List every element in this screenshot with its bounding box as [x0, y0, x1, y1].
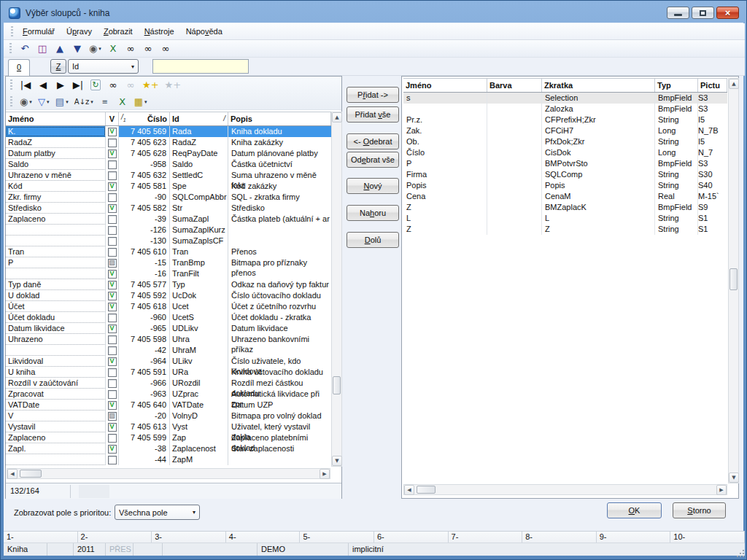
- filter-field-select[interactable]: Id ▾: [68, 59, 139, 74]
- table-row[interactable]: FirmaSQLCompStringS30: [403, 169, 727, 180]
- visibility-checkbox[interactable]: V: [108, 445, 117, 454]
- open-book-button[interactable]: ◫: [34, 42, 50, 56]
- visibility-checkbox[interactable]: V: [108, 204, 117, 213]
- scroll-right-icon[interactable]: ▶: [320, 469, 330, 479]
- table-row[interactable]: Účet dokladu-960UcetSÚčet dokladu - zkra…: [6, 312, 331, 323]
- table-row[interactable]: Datum likvidaceV-965UDLikvDatum likvidac…: [6, 323, 331, 334]
- table-row[interactable]: Typ daněV7 405 577TypOdkaz na daňový typ…: [6, 279, 331, 290]
- move-up-button[interactable]: ▲: [52, 42, 68, 56]
- table-row[interactable]: ZZStringS1: [403, 224, 727, 235]
- scroll-down-icon[interactable]: ▼: [332, 456, 342, 466]
- visibility-checkbox[interactable]: V: [108, 401, 117, 410]
- visibility-checkbox[interactable]: [108, 193, 117, 202]
- column-header-popis[interactable]: Popis: [228, 112, 331, 125]
- visibility-checkbox[interactable]: [108, 434, 117, 443]
- column-header-zkratka[interactable]: Zkratka: [542, 79, 655, 92]
- menu-formular[interactable]: Formulář: [17, 25, 61, 38]
- visibility-checkbox[interactable]: V: [108, 292, 117, 300]
- excel-button[interactable]: X: [115, 95, 131, 109]
- bitmap-checkbox[interactable]: ▨: [108, 412, 117, 421]
- table-row[interactable]: -130SumaZaplsCF: [6, 236, 331, 246]
- camera-button[interactable]: ◉▾: [87, 42, 104, 56]
- table-row[interactable]: ÚčetV7 405 618UcetÚčet z účetního rozvrh…: [6, 301, 331, 312]
- search-input[interactable]: [152, 59, 249, 74]
- binoculars-button[interactable]: ∞: [123, 42, 139, 56]
- down-button[interactable]: Dolů: [347, 232, 399, 248]
- scroll-left-icon[interactable]: ◀: [404, 485, 414, 495]
- visibility-checkbox[interactable]: [108, 379, 117, 388]
- maximize-button[interactable]: [692, 7, 714, 19]
- title-bar[interactable]: Výběr sloupců - kniha ×: [4, 3, 743, 23]
- undo-button[interactable]: ↶: [17, 42, 33, 56]
- column-header-barva[interactable]: Barva: [487, 79, 542, 92]
- table-row[interactable]: V-16TranFilt: [6, 268, 331, 279]
- table-row[interactable]: ZBMZaplacKBmpFieldS9: [403, 202, 727, 213]
- visibility-checkbox[interactable]: V: [108, 303, 117, 311]
- menu-nastroje[interactable]: Nástroje: [139, 25, 180, 38]
- table-row[interactable]: KódV7 405 581SpeKód zakázky: [6, 181, 331, 192]
- visibility-checkbox[interactable]: [108, 215, 117, 224]
- cancel-button[interactable]: Storno: [673, 502, 726, 518]
- visibility-checkbox[interactable]: [108, 346, 117, 355]
- table-row[interactable]: Pr.z.CFPrefixH;ZkrStringI5: [403, 114, 727, 125]
- visibility-checkbox[interactable]: [108, 390, 117, 399]
- scroll-down-icon[interactable]: ▼: [729, 472, 739, 483]
- bitmap-checkbox[interactable]: ▨: [108, 259, 117, 268]
- scrollbar-thumb[interactable]: [333, 376, 341, 394]
- camera-button[interactable]: ◉▾: [18, 95, 34, 109]
- visibility-checkbox[interactable]: V: [108, 128, 117, 136]
- filter-button[interactable]: ▽▾: [36, 95, 52, 109]
- scrollbar-thumb[interactable]: [729, 268, 738, 290]
- table-row[interactable]: U dokladV7 405 592UcDokČíslo účtovacího …: [6, 290, 331, 301]
- visibility-checkbox[interactable]: [108, 335, 117, 344]
- table-row[interactable]: PopisPopisStringS40: [403, 180, 727, 191]
- new-button[interactable]: Nový: [347, 178, 399, 194]
- visibility-checkbox[interactable]: V: [108, 182, 117, 191]
- table-row[interactable]: Zpracovat-963UZpracAutomatická likvidace…: [6, 389, 331, 400]
- tab-0[interactable]: 0: [8, 59, 30, 76]
- scroll-right-icon[interactable]: ▶: [716, 485, 727, 495]
- column-header-typ[interactable]: Typ: [655, 79, 698, 92]
- table-row[interactable]: ČísloCisDokLongN_7: [403, 147, 727, 158]
- nav-prev-button[interactable]: ◀: [35, 78, 51, 93]
- table-row[interactable]: U kniha7 405 591URaKniha účtovacího dokl…: [6, 367, 331, 378]
- visibility-checkbox[interactable]: [108, 160, 117, 169]
- table-row[interactable]: V▨-20VolnyDBitmapa pro volný doklad: [6, 411, 331, 421]
- export-excel-edit-button[interactable]: X: [105, 42, 121, 56]
- visibility-checkbox[interactable]: [108, 171, 117, 180]
- move-down-button[interactable]: ▼: [69, 42, 85, 56]
- column-header-cislo[interactable]: /1 Číslo: [119, 112, 170, 125]
- visibility-checkbox[interactable]: V: [108, 149, 117, 158]
- visibility-checkbox[interactable]: [108, 456, 117, 464]
- grid-view-button[interactable]: ▦▾: [132, 95, 150, 109]
- left-table-vertical-scrollbar[interactable]: ▲ ▼: [331, 112, 342, 467]
- column-header-jmeno[interactable]: Jméno: [403, 79, 487, 92]
- table-row[interactable]: Datum platbyV7 405 628ReqPayDateDatum pl…: [6, 148, 331, 159]
- binoculars-next-button[interactable]: ∞: [158, 42, 174, 56]
- table-row[interactable]: Uhrazeno7 405 598UhraUhrazeno bankovními…: [6, 334, 331, 345]
- visibility-checkbox[interactable]: [108, 139, 117, 147]
- visibility-checkbox[interactable]: [108, 314, 117, 322]
- table-row[interactable]: Zak.CFCiH7LongN_7B: [403, 125, 727, 136]
- sort-az-button[interactable]: A↓z▾: [72, 95, 96, 109]
- binoculars-prev-button[interactable]: ∞: [140, 42, 156, 56]
- remove-all-button[interactable]: Odebrat vše: [347, 152, 399, 168]
- visibility-checkbox[interactable]: V: [108, 281, 117, 289]
- visibility-checkbox[interactable]: V: [108, 270, 117, 279]
- table-row[interactable]: Zkr. firmy-90SQLCompAbbrSQL - zkratka fi…: [6, 192, 331, 203]
- right-table-vertical-scrollbar[interactable]: ▲ ▼: [728, 78, 739, 483]
- column-header-v[interactable]: V: [106, 112, 119, 125]
- table-row[interactable]: Saldo-958SaldoČástka účetnictví: [6, 159, 331, 170]
- table-row[interactable]: Zapl.V-38ZaplacenostStav zaplacenosti: [6, 443, 331, 454]
- nav-last-button[interactable]: ▶|: [70, 78, 86, 93]
- menu-upravy[interactable]: Úpravy: [61, 25, 98, 38]
- left-table-horizontal-scrollbar[interactable]: ◀ ▶: [7, 468, 330, 479]
- table-row[interactable]: VATDateV7 405 640VATDateDatum UZP: [6, 400, 331, 411]
- close-button[interactable]: ×: [716, 7, 739, 19]
- table-row[interactable]: RadaZ7 405 623RadaZKniha zakázky: [6, 137, 331, 148]
- table-row[interactable]: LLStringS1: [403, 213, 727, 224]
- table-row[interactable]: -126SumaZaplKurz: [6, 225, 331, 236]
- scrollbar-thumb[interactable]: [20, 470, 42, 478]
- nav-first-button[interactable]: |◀: [18, 78, 34, 93]
- scroll-up-icon[interactable]: ▲: [332, 112, 342, 122]
